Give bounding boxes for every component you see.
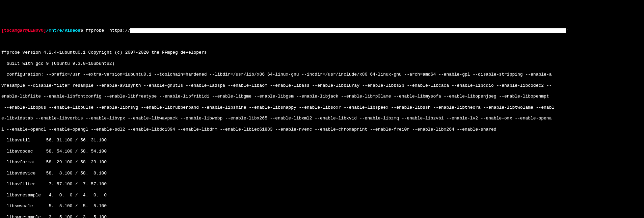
prompt-user: tocamgar@LENOVO xyxy=(4,28,44,33)
redacted-url xyxy=(130,28,566,33)
lib-version: libavdevice 58. 8.100 / 58. 8.100 xyxy=(1,171,643,176)
blank-line xyxy=(1,39,643,45)
terminal-output: [tocamgar@LENOVO]/mnt/e/Videos$ ffprobe … xyxy=(0,22,644,218)
prompt-bracket-close: ] xyxy=(44,28,46,33)
prompt-line[interactable]: [tocamgar@LENOVO]/mnt/e/Videos$ ffprobe … xyxy=(1,28,643,33)
config-line: l --enable-opencl --enable-opengl --enab… xyxy=(1,127,643,132)
lib-version: libavcodec 58. 54.100 / 58. 54.100 xyxy=(1,149,643,154)
prompt-path: /mnt/e/Videos xyxy=(46,28,80,33)
lib-version: libswscale 5. 5.100 / 5. 5.100 xyxy=(1,203,643,209)
prompt-dollar: $ xyxy=(80,28,83,33)
command-text xyxy=(83,28,86,33)
lib-version: libavresample 4. 0. 0 / 4. 0. 0 xyxy=(1,193,643,198)
config-line: e-libvidstab --enable-libvorbis --enable… xyxy=(1,116,643,121)
lib-version: libavutil 56. 31.100 / 56. 31.100 xyxy=(1,138,643,143)
lib-version: libavfilter 7. 57.100 / 7. 57.100 xyxy=(1,182,643,187)
lib-version: libavformat 58. 29.100 / 58. 29.100 xyxy=(1,160,643,165)
config-line: --enable-libopus --enable-libpulse --ena… xyxy=(1,105,643,110)
prompt-bracket: [ xyxy=(1,28,4,33)
config-line: enable-libflite --enable-libfontconfig -… xyxy=(1,94,643,99)
command-end: ' xyxy=(566,28,568,33)
config-line: configuration: --prefix=/usr --extra-ver… xyxy=(1,72,643,77)
command: ffprobe 'https:// xyxy=(86,28,131,33)
lib-version: libswresample 3. 5.100 / 3. 5.100 xyxy=(1,215,643,218)
config-line: vresample --disable-filter=resample --en… xyxy=(1,83,643,88)
ffprobe-version: ffprobe version 4.2.4-1ubuntu0.1 Copyrig… xyxy=(1,50,643,55)
built-with: built with gcc 9 (Ubuntu 9.3.0-10ubuntu2… xyxy=(1,61,643,66)
